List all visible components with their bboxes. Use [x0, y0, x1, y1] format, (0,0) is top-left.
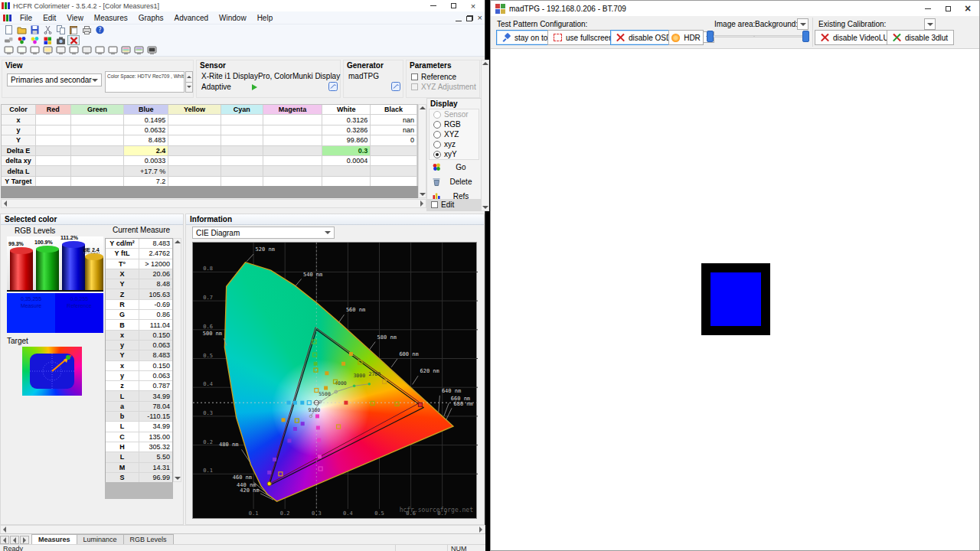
mdi-minimize-icon[interactable] — [456, 11, 462, 24]
background-dropdown-icon[interactable] — [797, 18, 808, 30]
sensor-configure-icon[interactable] — [328, 80, 338, 94]
table-cell[interactable] — [36, 135, 71, 145]
menu-edit[interactable]: Edit — [38, 12, 61, 24]
display-radio-rgb[interactable]: RGB — [430, 119, 479, 129]
table-cell[interactable] — [322, 166, 371, 176]
table-cell[interactable] — [221, 166, 263, 176]
view-icon-11[interactable] — [132, 46, 145, 56]
table-cell[interactable] — [221, 115, 263, 125]
sensor-settings-icon[interactable] — [2, 35, 15, 45]
table-cell[interactable] — [263, 126, 323, 135]
mdi-restore-icon[interactable] — [466, 11, 473, 24]
generator-configure-icon[interactable] — [391, 80, 400, 94]
table-cell[interactable]: 0.0632 — [124, 126, 168, 135]
table-cell[interactable] — [71, 146, 125, 156]
tab-measures[interactable]: Measures — [31, 534, 77, 544]
table-cell[interactable] — [71, 126, 125, 135]
hdr-button[interactable]: HDR — [668, 30, 704, 45]
table-cell[interactable] — [263, 135, 323, 145]
table-cell[interactable]: 99.860 — [322, 135, 371, 145]
table-cell[interactable] — [263, 115, 323, 125]
measure-scrollbar[interactable] — [173, 238, 181, 482]
display-radio-xyz[interactable]: xyz — [430, 139, 479, 149]
menu-file[interactable]: File — [15, 12, 38, 24]
table-cell[interactable] — [221, 135, 263, 145]
table-cell[interactable]: +17.7 % — [124, 166, 168, 176]
view-icon-1[interactable] — [2, 46, 15, 56]
table-cell[interactable] — [36, 146, 71, 156]
display-radio-xyz[interactable]: XYZ — [430, 129, 479, 139]
table-cell[interactable]: 0.3286 — [322, 126, 371, 135]
table-cell[interactable] — [263, 146, 323, 156]
xyz-adjustment-checkbox[interactable]: XYZ Adjustment — [411, 83, 476, 91]
table-cell[interactable]: 0.0004 — [322, 156, 371, 166]
view-icon-4[interactable] — [41, 46, 54, 56]
table-cell[interactable] — [36, 115, 71, 125]
table-cell[interactable] — [221, 146, 263, 156]
table-cell[interactable]: nan — [371, 126, 417, 135]
measures-hscrollbar[interactable] — [1, 199, 426, 208]
table-cell[interactable]: 0.3 — [322, 146, 371, 156]
menu-advanced[interactable]: Advanced — [169, 12, 214, 24]
measure-secondaries-icon[interactable] — [28, 35, 41, 45]
disable-3dlut-button[interactable]: disable 3dlut — [887, 30, 954, 45]
right-scrollbar[interactable] — [481, 60, 489, 211]
save-icon[interactable] — [28, 25, 41, 35]
view-mode-dropdown[interactable]: Primaries and secondaries — [7, 73, 102, 86]
tab-first-icon[interactable] — [0, 536, 9, 544]
slider-thumb[interactable] — [802, 31, 809, 42]
menu-help[interactable]: Help — [252, 12, 279, 24]
table-cell[interactable] — [168, 135, 221, 145]
table-cell[interactable] — [71, 115, 125, 125]
about-icon[interactable]: ? — [93, 25, 106, 35]
table-cell[interactable] — [168, 156, 221, 166]
table-cell[interactable]: 0 — [371, 135, 417, 145]
cut-icon[interactable] — [41, 25, 54, 35]
table-cell[interactable]: 0.0033 — [124, 156, 168, 166]
maximize-icon[interactable] — [443, 0, 463, 11]
menu-window[interactable]: Window — [214, 12, 252, 24]
table-cell[interactable] — [371, 156, 417, 166]
table-cell[interactable]: 0.3126 — [322, 115, 371, 125]
minimize-icon[interactable] — [918, 1, 938, 16]
view-icon-5[interactable] — [54, 46, 67, 56]
spinner-up-icon[interactable] — [185, 71, 193, 83]
table-cell[interactable]: 0.1495 — [124, 115, 168, 125]
view-icon-10[interactable] — [119, 46, 132, 56]
table-cell[interactable] — [168, 115, 221, 125]
table-cell[interactable]: 8.483 — [124, 135, 168, 145]
snapshot-icon[interactable] — [54, 35, 67, 45]
copy-icon[interactable] — [54, 25, 67, 35]
table-cell[interactable] — [71, 156, 125, 166]
tab-next-icon[interactable] — [20, 536, 29, 544]
edit-checkbox[interactable]: Edit — [427, 199, 481, 210]
view-icon-8[interactable] — [93, 46, 106, 56]
table-cell[interactable] — [36, 166, 71, 176]
hcfr-titlebar[interactable]: HCFR Colorimeter - 3.5.4.2 - [Color Meas… — [0, 0, 485, 11]
close-icon[interactable]: × — [958, 1, 978, 16]
tab-rgb-levels[interactable]: RGB Levels — [123, 534, 174, 544]
table-cell[interactable] — [168, 166, 221, 176]
view-icon-6[interactable] — [67, 46, 80, 56]
madtpg-titlebar[interactable]: madTPG - 192.168.0.206 - BT.709 × — [491, 1, 979, 16]
view-icon-3[interactable] — [28, 46, 41, 56]
spinner-down-icon[interactable] — [185, 83, 193, 93]
view-icon-7[interactable] — [80, 46, 93, 56]
maximize-icon[interactable] — [938, 1, 958, 16]
tab-luminance[interactable]: Luminance — [77, 534, 124, 544]
table-cell[interactable] — [221, 156, 263, 166]
open-file-icon[interactable] — [15, 25, 28, 35]
menu-measures[interactable]: Measures — [89, 12, 133, 24]
table-cell[interactable] — [36, 156, 71, 166]
use-fullscreen-button[interactable]: use fullscreen — [547, 30, 619, 45]
disable-osd-button[interactable]: disable OSD — [610, 30, 678, 45]
go-button[interactable]: Go — [427, 160, 481, 174]
view-icon-9[interactable] — [106, 46, 119, 56]
print-icon[interactable] — [80, 25, 93, 35]
stop-measure-icon[interactable] — [67, 35, 80, 45]
minimize-icon[interactable] — [423, 0, 443, 11]
calibration-dropdown-icon[interactable] — [924, 18, 936, 30]
table-cell[interactable] — [168, 146, 221, 156]
background-slider[interactable] — [754, 31, 809, 42]
mdi-close-icon[interactable]: × — [478, 13, 482, 22]
